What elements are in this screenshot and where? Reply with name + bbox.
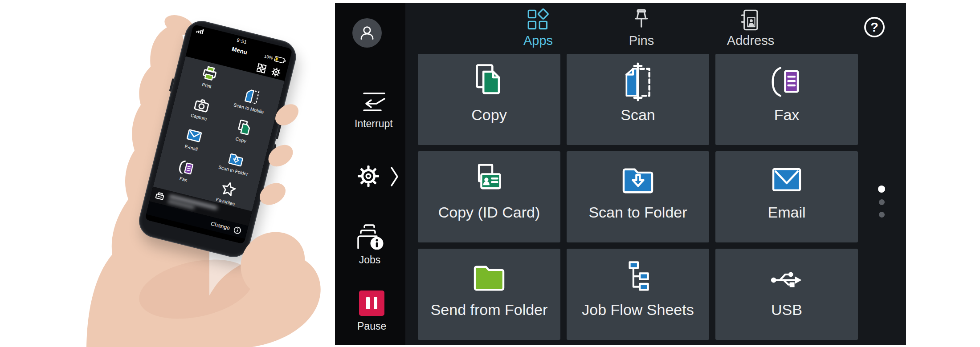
- phone-app-label: Capture: [190, 113, 208, 122]
- page-dot-1[interactable]: [878, 186, 885, 193]
- phone-app-print: Print: [184, 61, 233, 93]
- tile-fax[interactable]: Fax: [715, 54, 858, 145]
- gear-icon: [357, 165, 380, 187]
- page-indicator: [878, 186, 885, 218]
- printer-device-icon: [155, 191, 165, 202]
- tile-label: Job Flow Sheets: [582, 301, 694, 319]
- battery-icon: [274, 56, 286, 64]
- phone-app-email: E-mail: [169, 123, 217, 156]
- tile-label: Scan: [621, 106, 655, 124]
- phone-app-capture: Capture: [177, 92, 225, 125]
- panel-main: Apps Pins Address: [405, 3, 906, 345]
- pushpin-icon: [630, 8, 653, 32]
- change-label: Change: [210, 221, 231, 231]
- gear-icon: [270, 66, 282, 77]
- tile-copy[interactable]: Copy: [418, 54, 560, 145]
- interrupt-icon: [359, 90, 388, 113]
- star-icon: [219, 179, 238, 199]
- job-flow-icon: [619, 259, 657, 295]
- tile-label: Send from Folder: [431, 301, 548, 319]
- tile-scan-to-folder[interactable]: Scan to Folder: [567, 151, 709, 242]
- tab-label: Apps: [523, 33, 553, 48]
- scan-icon: [617, 62, 658, 101]
- info-icon: [233, 226, 242, 235]
- phone-photo: 9:51 Menu 19%: [0, 0, 334, 347]
- address-book-icon: [739, 8, 762, 32]
- scan-to-mobile-icon: [242, 87, 261, 105]
- view-grid-icon: [256, 63, 267, 73]
- screenshot-root: 9:51 Menu 19%: [0, 0, 980, 347]
- tile-label: USB: [771, 301, 802, 319]
- page-dot-2[interactable]: [879, 199, 885, 205]
- phone-app-scan-to-folder: Scan to Folder: [211, 145, 260, 178]
- sidebar-item-interrupt[interactable]: Interrupt: [355, 90, 393, 130]
- fax-handset-icon: [177, 157, 196, 177]
- fax-icon: [767, 63, 807, 101]
- tile-label: Scan to Folder: [588, 204, 687, 221]
- sidebar-item-label: Jobs: [359, 254, 381, 266]
- phone-app-copy: Copy: [219, 114, 268, 148]
- copy-pages-icon: [234, 118, 253, 137]
- printer-icon: [200, 65, 219, 83]
- tile-send-from-folder[interactable]: Send from Folder: [418, 249, 560, 340]
- tile-label: Fax: [774, 106, 800, 124]
- tab-address[interactable]: Address: [727, 8, 774, 48]
- tab-label: Address: [727, 33, 774, 48]
- sidebar: Interrupt: [335, 3, 405, 345]
- tile-email[interactable]: Email: [715, 151, 858, 242]
- phone-app-label: Scan to Folder: [218, 164, 249, 177]
- folder-down-icon: [227, 149, 246, 168]
- tab-label: Pins: [629, 33, 654, 48]
- phone-app-label: E-mail: [184, 143, 198, 152]
- tile-scan[interactable]: Scan: [567, 54, 709, 145]
- sidebar-item-jobs[interactable]: Jobs: [354, 221, 386, 266]
- apps-grid-icon: [527, 8, 550, 32]
- page-dot-3[interactable]: [879, 212, 885, 218]
- camera-icon: [192, 96, 212, 114]
- pause-icon: [359, 291, 384, 316]
- sidebar-item-settings[interactable]: [357, 165, 380, 187]
- tile-label: Copy (ID Card): [438, 204, 540, 221]
- phone-app-scan-to-mobile: Scan to Mobile: [227, 84, 275, 117]
- envelope-icon: [185, 127, 204, 145]
- copy-icon: [469, 63, 510, 101]
- phone-app-label: Fax: [179, 176, 188, 183]
- usb-icon: [768, 261, 805, 293]
- tile-label: Copy: [471, 106, 506, 124]
- battery-percent: 19%: [264, 53, 274, 61]
- tile-copy-id-card[interactable]: Copy (ID Card): [418, 151, 560, 242]
- person-icon: [357, 23, 377, 43]
- sidebar-item-label: Pause: [357, 320, 386, 332]
- id-card-icon: [470, 161, 509, 197]
- login-profile-button[interactable]: [352, 18, 382, 48]
- tile-usb[interactable]: USB: [715, 249, 858, 340]
- email-icon: [767, 163, 807, 196]
- scan-to-folder-icon: [618, 161, 658, 197]
- app-tile-grid: Copy Scan: [418, 54, 858, 340]
- printer-control-panel: Interrupt: [335, 3, 906, 345]
- tab-pins[interactable]: Pins: [629, 8, 654, 48]
- help-glyph: ?: [870, 20, 878, 34]
- tile-job-flow-sheets[interactable]: Job Flow Sheets: [567, 249, 709, 340]
- phone-app-fax: Fax: [161, 153, 210, 187]
- send-from-folder-icon: [469, 259, 509, 295]
- page-title: Menu: [231, 45, 248, 56]
- sidebar-item-label: Interrupt: [355, 118, 393, 130]
- sidebar-item-pause[interactable]: Pause: [357, 291, 386, 332]
- expand-chevron-icon[interactable]: [390, 166, 399, 187]
- tab-apps[interactable]: Apps: [523, 8, 553, 48]
- help-button[interactable]: ?: [863, 16, 886, 39]
- jobs-icon: [354, 221, 386, 250]
- phone-app-label: Scan to Mobile: [233, 102, 264, 114]
- phone-app-label: Copy: [235, 136, 247, 144]
- phone-app-label: Print: [201, 82, 212, 89]
- tile-label: Email: [768, 204, 805, 221]
